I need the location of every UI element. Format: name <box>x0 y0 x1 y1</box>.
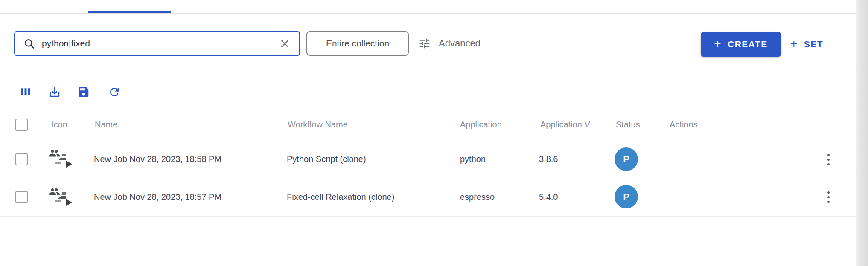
plus-icon: + <box>790 38 798 50</box>
workflow-name: Fixed-cell Relaxation (clone) <box>287 178 394 216</box>
job-name: New Job Nov 28, 2023, 18:57 PM <box>94 178 221 216</box>
page-edge-gutter <box>856 0 868 266</box>
entire-collection-button[interactable]: Entire collection <box>306 31 409 56</box>
header-status[interactable]: Status <box>616 109 640 141</box>
clear-search-icon[interactable] <box>279 38 291 49</box>
download-icon[interactable] <box>48 85 61 99</box>
set-button[interactable]: + SET <box>790 32 823 57</box>
header-actions[interactable]: Actions <box>670 109 698 141</box>
job-workflow-icon <box>44 145 75 169</box>
application: espresso <box>460 178 495 216</box>
header-workflow-name[interactable]: Workflow Name <box>288 109 348 141</box>
search-icon <box>23 38 35 49</box>
row-checkbox[interactable] <box>15 153 28 165</box>
select-all-checkbox-cell <box>15 109 28 141</box>
kebab-menu-icon[interactable] <box>822 188 835 206</box>
header-application-version[interactable]: Application V <box>540 109 605 141</box>
row-checkbox-cell <box>15 141 28 178</box>
group-badge-icon <box>46 145 62 161</box>
application-version: 5.4.0 <box>539 178 558 216</box>
jobs-page: Entire collection Advanced + CREATE + SE… <box>0 0 868 266</box>
advanced-filter-button[interactable]: Advanced <box>418 31 481 56</box>
table-header-row: Icon Name Workflow Name Application Appl… <box>0 109 856 141</box>
header-icon[interactable]: Icon <box>51 109 67 141</box>
set-label: SET <box>804 39 823 49</box>
header-name[interactable]: Name <box>95 109 117 141</box>
play-icon <box>66 199 72 206</box>
table-row[interactable]: New Job Nov 28, 2023, 18:58 PM Python Sc… <box>0 141 856 178</box>
workflow-name: Python Script (clone) <box>287 141 366 178</box>
status-badge[interactable]: P <box>615 147 638 171</box>
group-badge-icon <box>46 183 62 200</box>
row-checkbox[interactable] <box>15 191 28 203</box>
active-tab-indicator[interactable] <box>88 11 171 13</box>
kebab-menu-icon[interactable] <box>822 150 835 169</box>
create-button[interactable]: + CREATE <box>701 32 781 57</box>
status-badge[interactable]: P <box>615 185 638 208</box>
search-box <box>14 31 300 56</box>
row-divider <box>0 216 856 217</box>
row-checkbox-cell <box>15 178 28 216</box>
header-application[interactable]: Application <box>460 109 502 141</box>
application-version: 3.8.6 <box>539 141 558 178</box>
job-workflow-icon <box>44 183 75 208</box>
plus-icon: + <box>714 38 722 50</box>
table-row[interactable]: New Job Nov 28, 2023, 18:57 PM Fixed-cel… <box>0 178 856 216</box>
columns-icon[interactable] <box>19 85 32 99</box>
save-icon[interactable] <box>77 85 90 99</box>
play-icon <box>66 161 72 168</box>
application: python <box>460 141 486 178</box>
job-name: New Job Nov 28, 2023, 18:58 PM <box>94 141 221 178</box>
search-input[interactable] <box>42 38 279 49</box>
refresh-icon[interactable] <box>108 85 121 99</box>
advanced-label: Advanced <box>439 38 481 49</box>
create-label: CREATE <box>728 39 768 49</box>
tune-icon <box>418 37 431 50</box>
select-all-checkbox[interactable] <box>15 119 28 131</box>
